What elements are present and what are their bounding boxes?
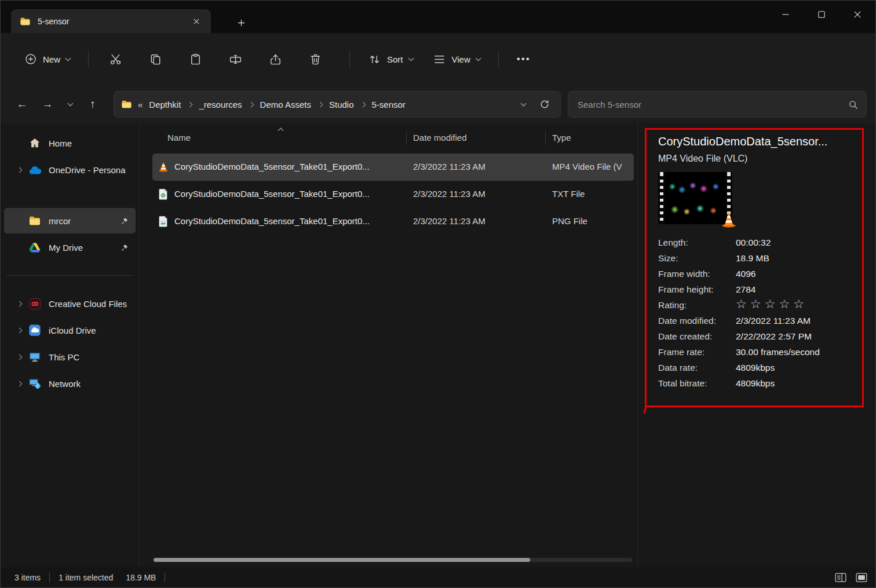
paste-icon — [189, 53, 202, 66]
tab-close-icon[interactable] — [189, 14, 204, 29]
file-date-modified: 2/3/2022 11:23 AM — [413, 162, 486, 171]
expand-chevron-icon[interactable] — [16, 354, 22, 360]
sidebar-item-network[interactable]: Network — [4, 371, 136, 396]
search-box[interactable] — [568, 91, 867, 118]
address-bar[interactable]: « Depthkit _resources Demo Assets Studio… — [114, 91, 561, 118]
scrollbar-thumb[interactable] — [154, 558, 530, 562]
close-button[interactable] — [840, 1, 875, 28]
property-value: 2/3/2022 11:23 AM — [736, 316, 811, 326]
sidebar-item-icloud-drive[interactable]: iCloud Drive — [4, 317, 136, 343]
chevron-down-icon — [67, 100, 73, 106]
home-icon — [27, 136, 42, 150]
maximize-button[interactable] — [804, 1, 840, 28]
details-title: CoryStudioDemoData_5sensor... — [658, 135, 855, 148]
more-options-icon: ••• — [517, 53, 531, 65]
up-button[interactable]: ↑ — [80, 93, 105, 116]
breadcrumb-demo-assets[interactable]: Demo Assets — [255, 97, 316, 112]
cut-button[interactable] — [99, 46, 132, 72]
property-value: 00:00:32 — [736, 238, 771, 248]
property-value: 4809kbps — [736, 378, 775, 389]
breadcrumb-studio[interactable]: Studio — [324, 97, 359, 112]
status-divider — [165, 572, 165, 582]
delete-button[interactable] — [299, 46, 331, 72]
property-row: Total bitrate: 4809kbps — [658, 375, 855, 391]
rename-button[interactable] — [219, 46, 251, 72]
vlc-cone-icon — [721, 210, 736, 228]
breadcrumb-chevron-icon[interactable] — [318, 103, 322, 107]
copy-button[interactable] — [139, 46, 171, 72]
vlc-cone-icon — [158, 161, 170, 173]
sidebar-item-home[interactable]: Home — [4, 130, 136, 156]
column-header-name[interactable]: Name — [167, 133, 191, 143]
column-header-type[interactable]: Type — [552, 133, 571, 143]
details-view-toggle[interactable] — [833, 571, 849, 585]
expand-chevron-icon[interactable] — [16, 327, 22, 333]
breadcrumb-depthkit[interactable]: Depthkit — [144, 97, 186, 112]
paste-button[interactable] — [179, 46, 211, 72]
column-resize-handle[interactable] — [545, 131, 546, 145]
search-input[interactable] — [576, 99, 848, 110]
property-label: Date created: — [658, 331, 736, 342]
property-label: Length: — [658, 238, 736, 248]
back-button[interactable]: ← — [9, 93, 35, 116]
forward-button[interactable]: → — [35, 93, 60, 116]
sidebar-item-onedrive[interactable]: OneDrive - Persona — [4, 157, 136, 182]
table-row[interactable]: CoryStudioDemoData_5sensor_Take01_Export… — [152, 208, 634, 235]
table-row[interactable]: CoryStudioDemoData_5sensor_Take01_Export… — [152, 181, 634, 208]
search-icon[interactable] — [848, 100, 858, 109]
property-label: Size: — [658, 253, 736, 264]
sidebar-item-label: Network — [49, 379, 81, 389]
rename-icon — [229, 53, 242, 66]
address-dropdown-icon[interactable] — [521, 100, 527, 106]
sidebar-item-mrcor[interactable]: mrcor — [4, 208, 136, 233]
details-pane: CoryStudioDemoData_5sensor... MP4 Video … — [647, 126, 864, 391]
sidebar-item-creative-cloud[interactable]: Creative Cloud Files — [4, 291, 136, 316]
property-row: Frame width: 4096 — [658, 266, 855, 282]
pin-icon — [121, 217, 129, 225]
minimize-button[interactable] — [768, 1, 804, 28]
share-button[interactable] — [259, 46, 291, 72]
file-type: PNG File — [552, 216, 639, 226]
horizontal-scrollbar[interactable] — [154, 558, 632, 562]
recent-locations-button[interactable] — [60, 93, 80, 116]
details-file-type: MP4 Video File (VLC) — [658, 154, 855, 164]
png-file-icon — [158, 216, 170, 228]
breadcrumb-chevron-icon[interactable] — [249, 103, 253, 107]
column-resize-handle[interactable] — [406, 131, 407, 145]
new-tab-button[interactable] — [232, 14, 250, 31]
expand-chevron-icon[interactable] — [16, 167, 22, 173]
sort-button-label: Sort — [387, 54, 403, 64]
rating-stars[interactable]: ☆☆☆☆☆ — [736, 297, 808, 311]
property-label: Frame rate: — [658, 347, 736, 357]
sort-icon — [368, 53, 381, 66]
breadcrumb-overflow-icon[interactable]: « — [138, 100, 143, 109]
explorer-tab[interactable]: 5-sensor — [11, 9, 211, 33]
status-divider — [49, 572, 50, 582]
thumbnail-view-toggle[interactable] — [853, 571, 870, 585]
sidebar-item-my-drive[interactable]: My Drive — [4, 235, 136, 260]
file-date-modified: 2/3/2022 11:23 AM — [413, 189, 486, 199]
refresh-icon[interactable] — [539, 99, 550, 109]
breadcrumb-chevron-icon[interactable] — [188, 103, 192, 107]
table-row[interactable]: CoryStudioDemoData_5sensor_Take01_Export… — [152, 154, 634, 181]
breadcrumb-5-sensor[interactable]: 5-sensor — [367, 97, 411, 112]
expand-chevron-icon[interactable] — [16, 381, 22, 386]
file-explorer-window: 5-sensor New — [0, 0, 876, 588]
property-row: Frame rate: 30.00 frames/second — [658, 344, 855, 360]
breadcrumb-chevron-icon[interactable] — [361, 103, 365, 107]
more-options-button[interactable]: ••• — [509, 46, 538, 72]
view-button-label: View — [452, 54, 470, 64]
sort-button[interactable]: Sort — [360, 46, 421, 72]
expand-chevron-icon[interactable] — [16, 301, 22, 306]
view-button[interactable]: View — [425, 46, 488, 72]
selection-size: 18.9 MB — [126, 573, 156, 582]
folder-icon — [20, 17, 31, 26]
new-button[interactable]: New — [17, 46, 78, 72]
selection-summary: 1 item selected — [59, 573, 113, 582]
sidebar-item-this-pc[interactable]: This PC — [4, 344, 136, 370]
property-label: Frame height: — [658, 284, 736, 295]
view-icon — [433, 53, 446, 66]
column-header-date-modified[interactable]: Date modified — [413, 133, 467, 143]
file-name: CoryStudioDemoData_5sensor_Take01_Export… — [174, 189, 406, 199]
breadcrumb-resources[interactable]: _resources — [194, 97, 247, 112]
